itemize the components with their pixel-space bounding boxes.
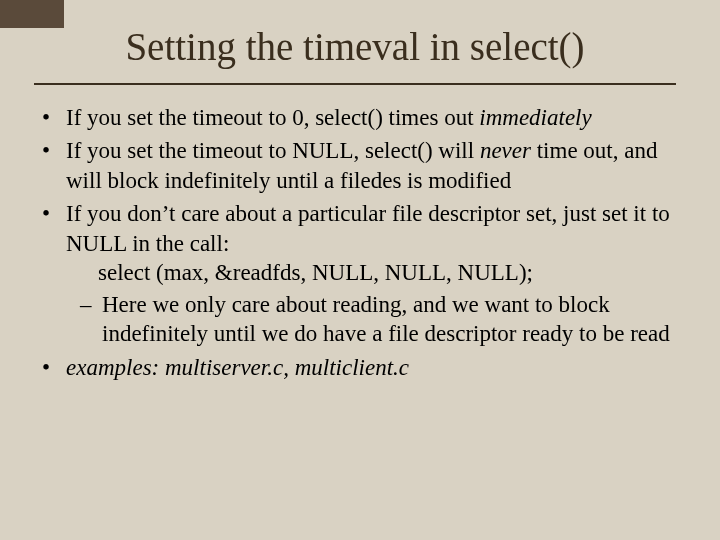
bullet-3-code: select (max, &readfds, NULL, NULL, NULL)… (66, 258, 676, 287)
bullet-list: If you set the timeout to 0, select() ti… (34, 103, 676, 382)
bullet-3: If you don’t care about a particular fil… (34, 199, 676, 348)
title-rule (34, 83, 676, 85)
bullet-1-text-pre: If you set the timeout to 0, select() ti… (66, 105, 479, 130)
bullet-3-sub-1-text: Here we only care about reading, and we … (102, 292, 670, 346)
slide: Setting the timeval in select() If you s… (0, 0, 720, 540)
bullet-2-text-pre: If you set the timeout to NULL, select()… (66, 138, 480, 163)
bullet-1-em: immediately (479, 105, 591, 130)
bullet-4: examples: multiserver.c, multiclient.c (34, 353, 676, 382)
bullet-4-text: examples: multiserver.c, multiclient.c (66, 355, 409, 380)
bullet-3-text: If you don’t care about a particular fil… (66, 201, 670, 255)
slide-title: Setting the timeval in select() (34, 24, 676, 69)
bullet-2: If you set the timeout to NULL, select()… (34, 136, 676, 195)
bullet-3-sublist: Here we only care about reading, and we … (66, 290, 676, 349)
bullet-3-sub-1: Here we only care about reading, and we … (80, 290, 676, 349)
bullet-2-em: never (480, 138, 531, 163)
bullet-1: If you set the timeout to 0, select() ti… (34, 103, 676, 132)
corner-accent (0, 0, 64, 28)
